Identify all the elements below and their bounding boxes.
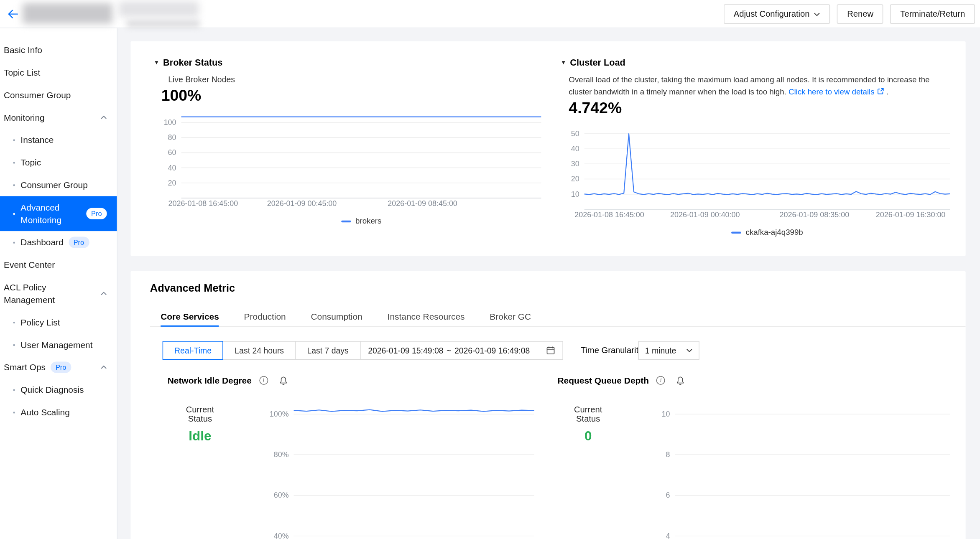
collapse-triangle-icon[interactable]: ▼ — [154, 60, 159, 65]
network-idle-degree-header: Network Idle Degree i — [168, 375, 287, 385]
current-status-label: Current Status — [176, 405, 224, 424]
metric-tabs: Core Services Production Consumption Ins… — [150, 312, 966, 327]
current-status-label: Current Status — [564, 405, 612, 424]
sidebar-item-smart-ops[interactable]: Smart Ops Pro — [0, 356, 117, 379]
pro-badge: Pro — [69, 237, 89, 248]
x-axis-label: 2026-01-09 08:45:00 — [388, 199, 457, 208]
adjust-configuration-button[interactable]: Adjust Configuration — [724, 4, 830, 23]
svg-text:100%: 100% — [270, 410, 289, 418]
page: Adjust Configuration Renew Terminate/Ret… — [0, 0, 980, 539]
sidebar-item-topic-list[interactable]: Topic List — [0, 61, 117, 84]
chevron-up-icon — [101, 366, 107, 369]
alarm-bell-icon[interactable] — [676, 376, 684, 385]
svg-text:4: 4 — [666, 532, 670, 539]
ckafka-legend[interactable]: ckafka-aj4q399b — [584, 228, 950, 237]
svg-text:80: 80 — [168, 133, 176, 142]
date-range-separator: ~ — [447, 346, 451, 355]
sidebar-item-auto-scaling[interactable]: Auto Scaling — [0, 401, 117, 424]
request-queue-depth-chart: 10864 — [646, 405, 950, 539]
sidebar-item-consumer-group[interactable]: Consumer Group — [0, 84, 117, 106]
live-broker-nodes-value: 100% — [161, 86, 202, 104]
sidebar-item-acl-policy-management[interactable]: ACL Policy Management — [0, 276, 117, 311]
sidebar-item-instance[interactable]: Instance — [0, 129, 117, 151]
terminate-return-label: Terminate/Return — [900, 9, 965, 18]
sidebar-item-user-management[interactable]: User Management — [0, 333, 117, 356]
svg-text:30: 30 — [571, 160, 579, 168]
view-details-link[interactable]: Click here to view details — [789, 87, 875, 96]
sidebar-label: Quick Diagnosis — [20, 384, 84, 395]
broker-status-chart: 10080604020 2026-01-08 16:45:00 2026-01-… — [159, 110, 546, 235]
svg-text:40%: 40% — [274, 532, 289, 539]
sidebar-item-topic[interactable]: Topic — [0, 151, 117, 174]
adjust-configuration-label: Adjust Configuration — [734, 9, 810, 18]
sidebar-label: Consumer Group — [20, 179, 88, 191]
pro-badge: Pro — [86, 208, 107, 219]
date-range-picker[interactable]: 2026-01-09 15:49:08 ~ 2026-01-09 16:49:0… — [360, 341, 563, 360]
top-header: Adjust Configuration Renew Terminate/Ret… — [0, 0, 980, 28]
cluster-load-value: 4.742% — [569, 99, 622, 117]
broker-status-title: ▼ Broker Status — [154, 58, 222, 68]
real-time-button[interactable]: Real-Time — [163, 341, 224, 360]
x-axis-label: 2026-01-09 00:40:00 — [670, 211, 740, 219]
tab-broker-gc[interactable]: Broker GC — [490, 312, 531, 326]
collapse-triangle-icon[interactable]: ▼ — [561, 60, 566, 65]
calendar-icon[interactable] — [546, 346, 555, 355]
x-axis-label: 2026-01-08 16:45:00 — [168, 199, 238, 208]
redacted-instance-name — [23, 3, 112, 23]
cluster-load-chart: 5040302010 2026-01-08 16:45:00 2026-01-0… — [562, 125, 952, 250]
time-range-controls: Real-Time Last 24 hours Last 7 days 2026… — [163, 341, 563, 360]
legend-label: brokers — [355, 217, 381, 226]
request-queue-current-value: 0 — [564, 429, 612, 444]
redacted-instance-meta-2 — [126, 20, 200, 27]
sidebar-item-quick-diagnosis[interactable]: Quick Diagnosis — [0, 379, 117, 401]
info-icon[interactable]: i — [259, 376, 268, 385]
chevron-up-icon — [101, 292, 107, 295]
granularity-dropdown[interactable]: 1 minute — [638, 341, 699, 360]
sidebar-label: Dashboard — [20, 237, 63, 248]
sidebar-item-consumer-group-sub[interactable]: Consumer Group — [0, 174, 117, 196]
sidebar-item-dashboard[interactable]: Dashboard Pro — [0, 231, 117, 254]
tab-production[interactable]: Production — [244, 312, 286, 326]
svg-text:20: 20 — [168, 179, 176, 187]
tab-core-services[interactable]: Core Services — [161, 312, 219, 327]
sidebar-item-policy-list[interactable]: Policy List — [0, 311, 117, 333]
metric-title: Network Idle Degree — [168, 375, 252, 385]
broker-status-title-text: Broker Status — [163, 58, 222, 68]
svg-text:60: 60 — [168, 148, 176, 157]
svg-text:60%: 60% — [274, 491, 289, 499]
last-7-days-button[interactable]: Last 7 days — [295, 341, 360, 360]
request-queue-depth-header: Request Queue Depth i — [557, 375, 684, 385]
sidebar-item-event-center[interactable]: Event Center — [0, 254, 117, 276]
sidebar-label: User Management — [20, 339, 92, 351]
legend-line-icon — [341, 220, 351, 222]
last-24-hours-button[interactable]: Last 24 hours — [223, 341, 296, 360]
svg-text:80%: 80% — [274, 450, 289, 459]
terminate-return-button[interactable]: Terminate/Return — [890, 4, 975, 23]
cluster-load-title-text: Cluster Load — [570, 58, 625, 68]
alarm-bell-icon[interactable] — [279, 376, 287, 385]
legend-label: ckafka-aj4q399b — [746, 228, 803, 237]
chevron-down-icon — [686, 348, 692, 352]
sidebar-item-monitoring[interactable]: Monitoring — [0, 106, 117, 129]
sidebar-item-basic-info[interactable]: Basic Info — [0, 39, 117, 61]
svg-text:40: 40 — [571, 145, 579, 153]
svg-text:40: 40 — [168, 164, 176, 172]
info-icon[interactable]: i — [656, 376, 665, 385]
sidebar-label: Smart Ops — [4, 362, 46, 373]
header-actions: Adjust Configuration Renew Terminate/Ret… — [724, 4, 975, 23]
sidebar-label: Topic List — [4, 67, 40, 78]
redacted-instance-meta — [119, 1, 199, 17]
date-range-end: 2026-01-09 16:49:08 — [454, 346, 530, 355]
back-arrow-icon[interactable] — [8, 9, 18, 18]
renew-button[interactable]: Renew — [837, 4, 883, 23]
svg-text:8: 8 — [666, 450, 670, 459]
tab-consumption[interactable]: Consumption — [311, 312, 362, 326]
sidebar-label: Instance — [20, 134, 54, 145]
svg-text:6: 6 — [666, 491, 670, 499]
sidebar-item-advanced-monitoring[interactable]: Advanced Monitoring Pro — [0, 196, 117, 231]
brokers-legend[interactable]: brokers — [181, 217, 541, 226]
chevron-down-icon — [814, 12, 820, 16]
date-range-start: 2026-01-09 15:49:08 — [368, 346, 443, 355]
tab-instance-resources[interactable]: Instance Resources — [388, 312, 465, 326]
x-axis-label: 2026-01-09 00:45:00 — [267, 199, 337, 208]
